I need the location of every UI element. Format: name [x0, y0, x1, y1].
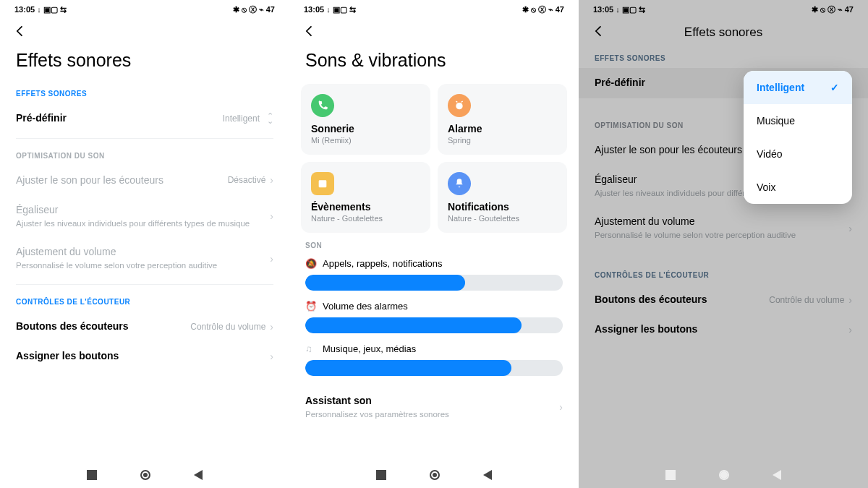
status-left-icons: ↓ ▣▢ ⇆ [37, 5, 67, 14]
android-nav-bar [289, 462, 579, 488]
equalizer-row[interactable]: Égaliseur Ajuster les niveaux individuel… [0, 195, 289, 237]
nav-recents-icon[interactable] [87, 470, 97, 480]
alarm-card[interactable]: Alarme Spring [438, 84, 567, 155]
predefine-popup: Intelligent ✓ Musique Vidéo Voix [744, 71, 852, 204]
chevron-right-icon: › [270, 321, 273, 333]
nav-back-icon[interactable] [194, 470, 203, 480]
nav-recents-icon[interactable] [665, 470, 676, 480]
alarm-title: Alarme [448, 123, 557, 134]
popup-option-label: Vidéo [757, 148, 783, 160]
back-icon[interactable] [302, 24, 317, 41]
assign-buttons-row[interactable]: Assigner les boutons › [0, 341, 289, 372]
predefine-row[interactable]: Pré-définir Intelligent ⌃⌄ [0, 103, 289, 134]
bell-icon [448, 172, 471, 195]
status-bar: 13:05 ↓ ▣▢ ⇆ ✱ ⦸ ⓧ ⌁ 47 [289, 0, 579, 17]
alarms-fill [305, 317, 522, 333]
popup-option-musique[interactable]: Musique [744, 104, 852, 137]
section-earphone-controls: CONTRÔLES DE L'ÉCOUTEUR [579, 262, 868, 285]
status-left-icons: ↓ ▣▢ ⇆ [616, 5, 645, 14]
ringtone-card[interactable]: Sonnerie Mi (Remiix) [301, 84, 430, 155]
events-card[interactable]: Évènements Nature - Goutelettes [301, 162, 430, 233]
chevron-right-icon: › [270, 174, 273, 186]
media-fill [305, 360, 511, 376]
nav-back-icon[interactable] [483, 470, 492, 480]
equalizer-sub: Ajuster les niveaux individuels pour dif… [16, 218, 270, 229]
screen-sound-effects-popup: 13:05 ↓ ▣▢ ⇆ ✱ ⦸ ⓧ ⌁ 47 Effets sonores E… [579, 0, 868, 488]
chevron-right-icon: › [848, 294, 852, 306]
headphones-row[interactable]: Ajuster le son pour les écouteurs Désact… [0, 166, 289, 196]
alarm-sub: Spring [448, 136, 557, 145]
bell-mute-icon: 🔕 [305, 258, 315, 269]
updown-icon: ⌃⌄ [267, 114, 273, 123]
alarms-volume-label: Volume des alarmes [323, 301, 408, 312]
chevron-right-icon: › [559, 401, 563, 413]
calls-volume-row: 🔕Appels, rappels, notifications [289, 255, 579, 298]
calls-fill [305, 275, 465, 291]
volume-adjust-row[interactable]: Ajustement du volume Personnalisé le vol… [579, 207, 868, 249]
nav-recents-icon[interactable] [376, 470, 386, 480]
media-volume-label: Musique, jeux, médias [323, 343, 416, 354]
volume-adjust-title: Ajustement du volume [595, 215, 848, 228]
status-right-icons: ✱ ⦸ ⓧ ⌁ 47 [812, 4, 854, 15]
status-time: 13:05 [593, 5, 613, 14]
calls-volume-label: Appels, rappels, notifications [323, 258, 442, 269]
ringtone-sub: Mi (Remiix) [311, 136, 420, 145]
music-note-icon: ♫ [305, 343, 315, 354]
media-volume-row: ♫Musique, jeux, médias [289, 341, 579, 383]
nav-home-icon[interactable] [719, 470, 729, 480]
earphone-buttons-title: Boutons des écouteurs [595, 294, 769, 307]
page-title: Effets sonores [0, 46, 289, 81]
status-right-icons: ✱ ⦸ ⓧ ⌁ 47 [522, 4, 564, 15]
section-son: SON [289, 233, 579, 255]
chevron-right-icon: › [270, 351, 273, 362]
assign-buttons-title: Assigner les boutons [16, 350, 270, 363]
popup-option-video[interactable]: Vidéo [744, 137, 852, 171]
status-bar: 13:05 ↓ ▣▢ ⇆ ✱ ⦸ ⓧ ⌁ 47 [0, 0, 289, 17]
alarms-volume-slider[interactable] [305, 317, 563, 333]
notifications-card[interactable]: Notifications Nature - Goutelettes [438, 162, 567, 233]
calendar-icon [311, 172, 334, 195]
svg-rect-1 [319, 180, 327, 187]
status-right-icons: ✱ ⦸ ⓧ ⌁ 47 [233, 4, 275, 15]
divider [16, 138, 273, 139]
divider [16, 284, 273, 285]
earphone-buttons-value: Contrôle du volume [769, 295, 844, 305]
status-time: 13:05 [304, 5, 324, 14]
ringtone-title: Sonnerie [311, 123, 420, 134]
media-volume-slider[interactable] [305, 360, 563, 376]
notifications-title: Notifications [448, 201, 557, 213]
sound-assistant-row[interactable]: Assistant son Personnalisez vos paramètr… [289, 383, 579, 428]
popup-option-label: Voix [757, 181, 775, 193]
back-icon[interactable] [13, 24, 27, 41]
nav-home-icon[interactable] [140, 470, 150, 480]
assign-buttons-row[interactable]: Assigner les boutons › [579, 314, 868, 345]
volume-adjust-row[interactable]: Ajustement du volume Personnalisé le vol… [0, 237, 289, 279]
earphone-buttons-row[interactable]: Boutons des écouteurs Contrôle du volume… [0, 312, 289, 342]
nav-back-icon[interactable] [773, 470, 781, 480]
calls-volume-slider[interactable] [305, 275, 563, 291]
screen-sound-effects: 13:05 ↓ ▣▢ ⇆ ✱ ⦸ ⓧ ⌁ 47 Effets sonores E… [0, 0, 289, 488]
predefine-label: Pré-définir [16, 112, 223, 125]
popup-option-label: Intelligent [757, 82, 804, 93]
sound-assistant-sub: Personnalisez vos paramètres sonores [305, 409, 559, 420]
alarms-volume-row: ⏰Volume des alarmes [289, 298, 579, 341]
equalizer-title: Égaliseur [16, 204, 270, 217]
popup-option-intelligent[interactable]: Intelligent ✓ [744, 71, 852, 104]
popup-option-label: Musique [757, 115, 795, 127]
earphone-buttons-title: Boutons des écouteurs [16, 320, 190, 333]
nav-home-icon[interactable] [430, 470, 440, 480]
chevron-right-icon: › [848, 223, 852, 234]
alarm-clock-icon: ⏰ [305, 301, 315, 312]
earphone-buttons-value: Contrôle du volume [190, 322, 265, 332]
predefine-value: Intelligent [223, 114, 260, 124]
page-title: Effets sonores [592, 25, 855, 40]
events-title: Évènements [311, 201, 420, 213]
status-left-icons: ↓ ▣▢ ⇆ [326, 5, 356, 14]
assign-buttons-title: Assigner les boutons [595, 323, 848, 336]
popup-option-voix[interactable]: Voix [744, 171, 852, 204]
chevron-right-icon: › [848, 324, 852, 335]
volume-adjust-sub: Personnalisé le volume selon votre perce… [595, 230, 848, 241]
events-sub: Nature - Goutelettes [311, 214, 420, 223]
earphone-buttons-row[interactable]: Boutons des écouteurs Contrôle du volume… [579, 285, 868, 315]
volume-adjust-title: Ajustement du volume [16, 246, 270, 259]
